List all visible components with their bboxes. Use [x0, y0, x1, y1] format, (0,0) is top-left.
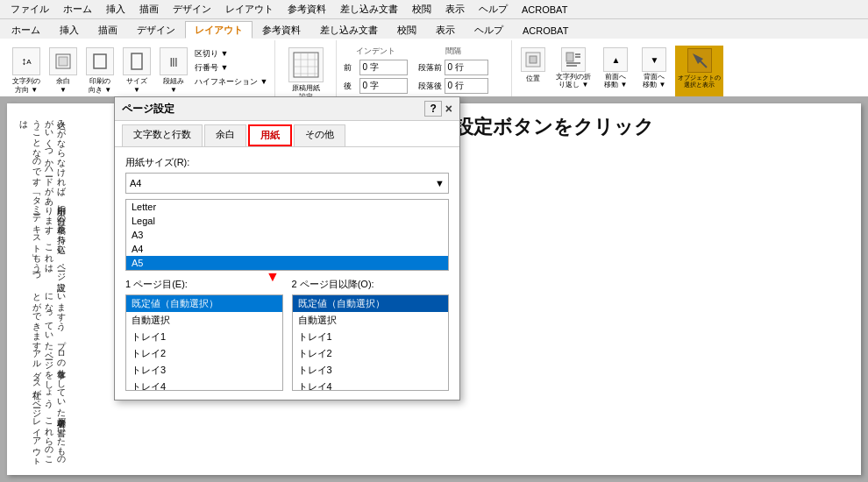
indent-after-label: 後 [344, 81, 358, 92]
genkou-btn[interactable]: 原稿用紙設定 [285, 46, 327, 103]
spacing-before-input[interactable] [445, 60, 488, 75]
svg-rect-3 [132, 53, 142, 69]
columns-btn[interactable]: ||| 段組み▼ [156, 46, 191, 96]
paper-size-option-a3[interactable]: A3 [126, 228, 448, 242]
tray1-item-1[interactable]: トレイ1 [126, 329, 282, 345]
dialog-tab-margins[interactable]: 余白 [204, 124, 246, 146]
tray2-item-3[interactable]: トレイ3 [293, 362, 449, 379]
dialog-help-btn[interactable]: ? [424, 101, 441, 117]
position-btn[interactable]: 位置 [517, 46, 549, 101]
dialog-title-bar: ページ設定 ? × [115, 97, 459, 121]
spacing-after-label: 段落後 [418, 81, 443, 92]
indent-label: インデント [344, 46, 408, 57]
dialog-title: ページ設定 [122, 102, 174, 117]
indent-before-input[interactable] [359, 60, 408, 75]
tab-acrobat[interactable]: ACROBAT [513, 21, 578, 39]
tray2-label: 2 ページ目以降(O): [292, 278, 450, 291]
dialog-tab-chars[interactable]: 文字数と行数 [122, 124, 203, 146]
tab-draw[interactable]: 描画 [89, 21, 127, 39]
tray1-item-3[interactable]: トレイ3 [126, 362, 282, 379]
tab-references[interactable]: 参考資料 [253, 21, 310, 39]
tab-view[interactable]: 表示 [426, 21, 465, 39]
tray2-list[interactable]: 既定値（自動選択） 自動選択 トレイ1 トレイ2 トレイ3 トレイ4 トレイ5(… [292, 294, 450, 391]
tray-columns: 1 ページ目(E): 既定値（自動選択） 自動選択 トレイ1 トレイ2 トレイ3… [125, 278, 449, 391]
line-number-btn[interactable]: 行番号 ▼ [193, 61, 269, 74]
menu-insert[interactable]: 挿入 [99, 1, 132, 18]
tab-help[interactable]: ヘルプ [465, 21, 513, 39]
dialog-close-btn[interactable]: × [445, 102, 452, 116]
tray2-item-auto[interactable]: 自動選択 [293, 312, 449, 329]
dialog-tab-other[interactable]: その他 [294, 124, 345, 146]
paper-size-select[interactable]: A4 ▼ [125, 173, 449, 194]
tray1-label: 1 ページ目(E): [125, 278, 283, 291]
tray2-item-2[interactable]: トレイ2 [293, 345, 449, 362]
margin-btn[interactable]: 余白▼ [46, 46, 81, 96]
annotation-title: 詳細設定ボタンをクリック [416, 114, 847, 140]
menu-draw[interactable]: 描画 [132, 1, 166, 18]
svg-rect-2 [94, 54, 106, 68]
menu-layout[interactable]: レイアウト [218, 1, 281, 18]
orientation-btn[interactable]: 印刷の向き ▼ [82, 46, 117, 96]
tray1-item-default[interactable]: 既定値（自動選択） [126, 295, 282, 312]
tray-col-2: 2 ページ目以降(O): 既定値（自動選択） 自動選択 トレイ1 トレイ2 トレ… [292, 278, 450, 391]
tray1-item-auto[interactable]: 自動選択 [126, 312, 282, 329]
spacing-after-input[interactable] [445, 78, 488, 94]
paper-size-dropdown-list: Letter Legal A3 A4 A5 [125, 199, 449, 271]
paper-size-label: 用紙サイズ(R): [125, 156, 449, 169]
send-backward-btn[interactable]: ▼ 背面へ移動 ▼ [637, 46, 672, 101]
paper-size-option-legal[interactable]: Legal [126, 214, 448, 228]
menu-view[interactable]: 表示 [438, 1, 472, 18]
spacing-group: 間隔 段落前 段落後 [418, 46, 488, 101]
menu-file[interactable]: ファイル [4, 1, 56, 18]
indent-group: インデント 前 後 [344, 46, 408, 101]
tab-insert[interactable]: 挿入 [50, 21, 89, 39]
tray-col-1: 1 ページ目(E): 既定値（自動選択） 自動選択 トレイ1 トレイ2 トレイ3… [125, 278, 283, 391]
tray1-item-2[interactable]: トレイ2 [126, 345, 282, 362]
menu-mailings[interactable]: 差し込み文書 [333, 1, 405, 18]
paper-size-value: A4 [130, 178, 141, 188]
svg-rect-13 [566, 53, 573, 61]
break-btn[interactable]: 区切り ▼ [193, 47, 269, 60]
indent-before-label: 前 [344, 62, 358, 74]
svg-rect-1 [59, 57, 68, 66]
paper-size-option-letter[interactable]: Letter [126, 200, 448, 214]
tray1-list[interactable]: 既定値（自動選択） 自動選択 トレイ1 トレイ2 トレイ3 トレイ4 トレイ5(… [125, 294, 283, 391]
paper-size-dropdown-icon: ▼ [435, 178, 445, 188]
tray2-item-4[interactable]: トレイ4 [293, 379, 449, 391]
svg-line-19 [700, 60, 707, 67]
tray2-item-1[interactable]: トレイ1 [293, 329, 449, 345]
page-direction-btn[interactable]: ↕A 文字列の方向 ▼ [9, 46, 44, 96]
text-wrap-btn[interactable]: 文字列の折り返し ▼ [552, 46, 594, 101]
annotation-area: 詳細設定ボタンをクリック [402, 103, 861, 475]
menu-home[interactable]: ホーム [56, 1, 99, 18]
tab-review[interactable]: 校閲 [388, 21, 426, 39]
menu-bar: ファイル ホーム 挿入 描画 デザイン レイアウト 参考資料 差し込み文書 校閲… [0, 0, 868, 19]
tab-design[interactable]: デザイン [127, 21, 185, 39]
select-objects-btn[interactable]: オブジェクトの選択と表示 [675, 46, 723, 101]
bring-forward-btn[interactable]: ▲ 前面へ移動 ▼ [598, 46, 633, 101]
hyphenation-btn[interactable]: ハイフネーション ▼ [193, 75, 269, 89]
dialog-body: 用紙サイズ(R): A4 ▼ Letter Legal A3 A4 A5 ▼ 1… [115, 147, 459, 400]
paper-size-option-a4[interactable]: A4 [126, 242, 448, 256]
menu-help[interactable]: ヘルプ [472, 1, 515, 18]
menu-acrobat[interactable]: ACROBAT [515, 3, 574, 17]
svg-rect-12 [530, 56, 537, 63]
tray1-item-4[interactable]: トレイ4 [126, 379, 282, 391]
dialog-tab-paper[interactable]: 用紙 [248, 124, 292, 146]
menu-design[interactable]: デザイン [166, 1, 218, 18]
menu-review[interactable]: 校閲 [405, 1, 438, 18]
paper-size-option-a5[interactable]: A5 [126, 256, 448, 270]
tab-mailings[interactable]: 差し込み文書 [310, 21, 388, 39]
tray2-item-default[interactable]: 既定値（自動選択） [293, 295, 449, 312]
tab-layout[interactable]: レイアウト [185, 21, 253, 39]
dialog-arrow: ▼ [266, 269, 280, 285]
dialog-tabs: 文字数と行数 余白 用紙 その他 [115, 121, 459, 147]
page-setup-dialog: ページ設定 ? × 文字数と行数 余白 用紙 その他 用紙サイズ(R): A4 … [114, 96, 460, 400]
spacing-label: 間隔 [418, 46, 488, 57]
spacing-before-label: 段落前 [418, 62, 443, 74]
ribbon-tabs: ホーム 挿入 描画 デザイン レイアウト 参考資料 差し込み文書 校閲 表示 ヘ… [0, 19, 868, 39]
tab-home[interactable]: ホーム [2, 21, 50, 39]
indent-after-input[interactable] [359, 78, 408, 94]
size-btn[interactable]: サイズ▼ [119, 46, 154, 96]
menu-references[interactable]: 参考資料 [281, 1, 333, 18]
